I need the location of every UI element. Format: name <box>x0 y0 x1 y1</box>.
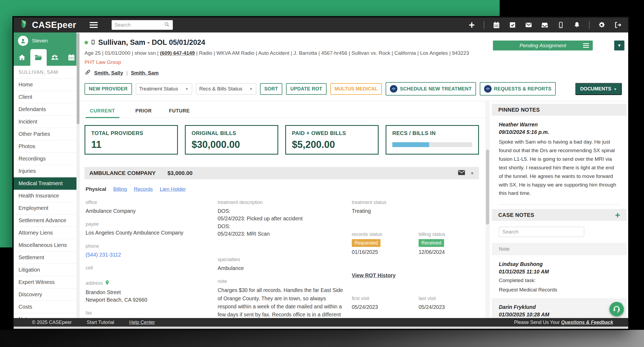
sidebar-item-settlement[interactable]: Settlement <box>14 251 80 264</box>
desktop: CASEpeer + <box>0 0 644 347</box>
address-line2: Newport Beach, CA 92660 <box>86 296 218 304</box>
add-case-note-button[interactable]: + <box>615 212 620 218</box>
requests-reports-button[interactable]: REQUESTS & REPORTS <box>480 82 556 96</box>
case-sidebar: Steven <box>14 32 80 318</box>
tab-records[interactable]: Records <box>134 186 153 192</box>
client-phone-link[interactable]: (609) 647-4149 <box>160 50 195 56</box>
provider-tabs: Physical Billing Records Lien Holder <box>86 186 485 192</box>
add-icon[interactable]: + <box>468 21 476 29</box>
sidebar-item-settlement-advance[interactable]: Settlement Advance <box>14 214 80 227</box>
note-body: Spoke with Sam who is having a bad day. … <box>499 138 620 198</box>
sidebar-item-health-insurance[interactable]: Health Insurance <box>14 190 80 202</box>
tab-prior[interactable]: PRIOR <box>134 107 153 118</box>
email-provider-icon[interactable] <box>458 170 465 177</box>
brand-logo[interactable]: CASEpeer <box>20 19 76 31</box>
case-status-button[interactable]: Pending Assignment <box>493 41 593 50</box>
related-case-link[interactable]: Smith, Sam <box>131 70 159 76</box>
case-notes-search-input[interactable] <box>499 227 584 237</box>
inbox-icon[interactable] <box>541 21 549 29</box>
period-tabs: CURRENT PRIOR FUTURE <box>85 104 485 118</box>
tab-future[interactable]: FUTURE <box>168 107 191 118</box>
sidebar-nav: Home Client Defendants Incident Other Pa… <box>14 79 80 318</box>
tab-home-icon[interactable] <box>14 49 30 66</box>
provider-phone-link[interactable]: (544) 231-3112 <box>86 251 218 258</box>
map-pin-icon[interactable] <box>105 280 109 287</box>
sidebar-scrollbar[interactable] <box>76 32 80 318</box>
mail-icon[interactable] <box>525 21 533 29</box>
paid-owed-bills-card: PAID + OWED BILLS $5,200.00 <box>285 125 379 155</box>
case-note-entry[interactable]: ⤢ Darin Fryklund 01/30/2025 10:28 AM Ass… <box>492 298 627 318</box>
related-case-link[interactable]: Smith, Sally <box>94 70 123 76</box>
calendar-icon[interactable] <box>492 21 500 29</box>
case-note-entry[interactable]: Lindsay Bushong 01/31/2025 11:10 AM Comp… <box>492 255 627 298</box>
sidebar-item-medical-treatment[interactable]: Medical Treatment <box>14 177 80 190</box>
multus-medical-button[interactable]: MULTUS MEDICAL <box>330 83 382 95</box>
recs-bills-in-card: RECS / BILLS IN <box>386 125 479 155</box>
new-provider-button[interactable]: NEW PROVIDER <box>85 83 132 95</box>
sidebar-item-defendants[interactable]: Defendants <box>14 103 80 116</box>
tasks-icon[interactable] <box>508 21 517 29</box>
tab-contacts-icon[interactable] <box>47 49 63 66</box>
sidebar-item-employment[interactable]: Employment <box>14 202 80 214</box>
tab-current[interactable]: CURRENT <box>86 107 119 118</box>
casepeer-logo-icon <box>20 19 29 31</box>
tab-lien-holder[interactable]: Lien Holder <box>160 186 186 192</box>
sidebar-item-notes[interactable]: Notes <box>14 313 80 318</box>
sidebar-item-other-parties[interactable]: Other Parties <box>14 128 80 140</box>
partner-logo-icon <box>390 85 397 93</box>
sidebar-item-discovery[interactable]: Discovery <box>14 288 80 301</box>
note-author: Lindsay Bushong <box>499 261 620 267</box>
billing-status-date: 12/06/2024 <box>419 249 485 255</box>
support-chat-button[interactable] <box>609 302 624 316</box>
schedule-new-treatment-button[interactable]: SCHEDULE NEW TREATMENT <box>386 82 476 96</box>
treatment-main: CURRENT PRIOR FUTURE TOTAL PROVIDERS 11 … <box>80 101 485 318</box>
tab-billing[interactable]: Billing <box>113 186 127 192</box>
sidebar-item-recordings[interactable]: Recordings <box>14 153 80 165</box>
update-rot-button[interactable]: UPDATE ROT <box>286 83 327 95</box>
global-search-input[interactable] <box>114 22 164 28</box>
provider-header[interactable]: AMBULANCE COMPANY $3,000.00 ▼ <box>85 167 479 179</box>
logout-icon[interactable] <box>614 21 622 29</box>
sidebar-item-attorney-liens[interactable]: Attorney Liens <box>14 227 80 239</box>
collapse-provider-icon[interactable]: ▼ <box>470 171 474 176</box>
brand-name: CASEpeer <box>32 20 76 30</box>
sidebar-item-litigation[interactable]: Litigation <box>14 264 80 276</box>
documents-button[interactable]: DOCUMENTS▼ <box>575 83 622 95</box>
notifications-icon[interactable] <box>573 21 581 29</box>
sidebar-case-label: SULLIVAN, SAM <box>14 66 80 79</box>
view-rot-history-link[interactable]: View ROT History <box>352 272 419 289</box>
topbar-actions: + <box>468 21 622 29</box>
treatment-status-filter[interactable]: Treatment Status▼ <box>136 83 192 94</box>
billing-status-badge: Received <box>419 239 444 247</box>
records-status-date: 01/16/2025 <box>352 249 419 255</box>
tab-physical[interactable]: Physical <box>86 186 106 192</box>
global-search[interactable] <box>112 20 173 30</box>
payee-value: Los Angeles County Ambulance Company <box>86 229 218 236</box>
help-center-link[interactable]: Help Center <box>129 320 155 325</box>
sidebar-item-miscellaneous-liens[interactable]: Miscellaneous Liens <box>14 239 80 251</box>
sidebar-item-injuries[interactable]: Injuries <box>14 165 80 177</box>
note-column-header: Note <box>492 243 627 255</box>
sidebar-item-expert-witness[interactable]: Expert Witness <box>14 276 80 288</box>
avatar <box>18 36 28 46</box>
pinned-note[interactable]: Heather Warren 09/10/2024 5:16 p.m. Spok… <box>492 116 627 199</box>
tab-cases-icon[interactable] <box>30 49 47 66</box>
phone-icon <box>91 39 96 47</box>
sort-button[interactable]: SORT <box>260 83 282 95</box>
sidebar-item-client[interactable]: Client <box>14 91 80 103</box>
sidebar-item-home[interactable]: Home <box>14 79 80 91</box>
recs-bills-status-filter[interactable]: Recs & Bills Status▼ <box>196 83 256 94</box>
feedback-text: Please Send Us Your Questions & Feedback <box>514 320 613 325</box>
start-tutorial-link[interactable]: Start Tutorial <box>87 320 114 325</box>
case-status-dropdown-button[interactable]: ▼ <box>614 41 624 50</box>
sidebar-item-incident[interactable]: Incident <box>14 116 80 128</box>
user-menu[interactable]: Steven <box>14 32 80 49</box>
menu-icon[interactable] <box>90 21 98 29</box>
mobile-icon[interactable] <box>557 21 565 29</box>
sidebar-item-costs[interactable]: Costs <box>14 301 80 313</box>
provider-fax-link[interactable]: (544) 684-5466 <box>86 318 218 318</box>
feedback-link[interactable]: Questions & Feedback <box>561 320 613 325</box>
main-scrollbar[interactable] <box>485 101 490 318</box>
sidebar-item-photos[interactable]: Photos <box>14 140 80 153</box>
settings-icon[interactable] <box>598 21 606 29</box>
